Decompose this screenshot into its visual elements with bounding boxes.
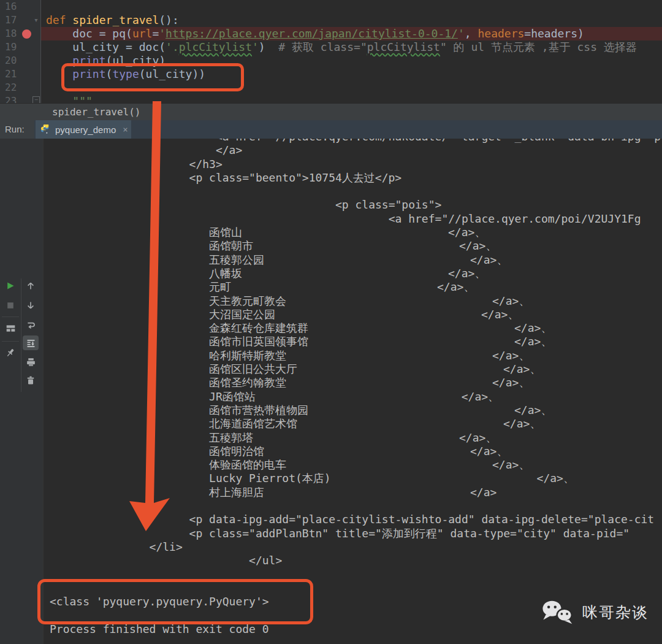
pycharm-window: 1617181920212223 ▾ − def spider_travel()… [0,0,662,644]
code-lines: def spider_travel(): doc = pq(url='https… [46,0,637,103]
console-line: 金森红砖仓库建筑群 </a>、 [50,321,662,335]
console-output: <a href="//place.qyer.com/hakodate/" tar… [50,139,662,636]
console-line: Process finished with exit code 0 [50,623,662,636]
console-line: 函馆明治馆 </a>、 [50,445,662,458]
console-line: </ul> [50,554,662,567]
pin-button[interactable] [4,346,17,359]
code-line: """ [46,94,637,103]
line-number[interactable]: 20 [0,54,40,67]
console-line: 北海道函馆艺术馆 </a>、 [50,417,662,431]
soft-wrap-button[interactable] [24,318,37,331]
fold-box-icon[interactable]: − [32,96,40,103]
code-line: print(ul_city) [46,54,637,67]
console-line: 八幡坂 </a>、 [50,267,662,280]
console-line: 函馆朝市 </a>、 [50,239,662,253]
console-line: 元町 </a>、 [50,280,662,294]
code-line [46,0,637,13]
console-line: 体验函馆的电车 </a>、 [50,458,662,472]
run-console[interactable]: <a href="//place.qyer.com/hakodate/" tar… [43,139,662,644]
console-line: Lucky Pierrot(本店) </a>、 [50,472,662,485]
run-tab-bar: Run: pyquery_demo × [0,120,662,139]
scroll-to-end-button[interactable] [23,335,39,350]
line-number[interactable]: 19 [0,40,40,54]
run-panel-title: Run: [0,120,34,139]
console-line: 函馆区旧公共大厅 </a>、 [50,362,662,376]
watermark-text: 咪哥杂谈 [582,602,649,623]
console-line: 函馆圣约翰教堂 </a>、 [50,376,662,389]
watermark: 咪哥杂谈 [542,600,649,624]
console-line: </li> [50,540,662,554]
console-line: 函馆山 </a>、 [50,226,662,239]
down-arrow-button[interactable] [24,299,37,312]
console-line: 大沼国定公园 </a>、 [50,308,662,321]
console-line [50,568,662,581]
print-button[interactable] [24,355,37,369]
breakpoint-icon[interactable] [22,29,31,39]
breadcrumb-label: spider_travel() [52,104,141,121]
console-line: 哈利斯特斯教堂 </a>、 [50,349,662,362]
toolbar-separator [2,316,19,317]
tab-close-icon[interactable]: × [123,125,127,134]
fold-marker-icon[interactable]: ▾ [34,13,39,27]
code-line: def spider_travel(): [46,13,637,27]
console-line: </h3> [50,158,662,171]
run-toolbar [0,139,43,644]
console-line: 函馆市营热带植物园 </a>、 [50,404,662,417]
toolbar-divider [21,278,21,392]
restore-layout-button[interactable] [4,321,17,335]
clear-all-button[interactable] [24,374,37,387]
console-line: JR函馆站 </a>、 [50,390,662,404]
console-line [50,185,662,198]
console-line: <a href="//place.qyer.com/poi/V2UJY1Fg [50,212,662,226]
wechat-icon [542,600,577,624]
tab-label: pyquery_demo [55,125,116,135]
code-line: ul_city = doc('.plcCitylist') # 获取 class… [46,40,637,54]
console-line: 五稜郭塔 </a>、 [50,431,662,445]
stop-button[interactable] [4,299,17,312]
line-number[interactable]: 22 [0,81,40,94]
python-icon [40,125,51,135]
line-number[interactable]: 21 [0,67,40,81]
console-line: <p class="pois"> [50,198,662,212]
console-line: <p data-ipg-add="place-citylist-wishto-a… [50,513,662,526]
console-line: 村上海胆店 </a> [50,486,662,499]
line-number[interactable]: 16 [0,0,40,13]
toolbar-separator [2,341,19,342]
console-line: 函馆市旧英国领事馆 </a>、 [50,335,662,348]
console-line [50,499,662,513]
console-line [50,581,662,595]
console-line: <a href="//place.qyer.com/hakodate/" tar… [50,139,662,144]
console-line: 五稜郭公园 </a>、 [50,253,662,267]
code-editor[interactable]: 1617181920212223 ▾ − def spider_travel()… [0,0,662,103]
up-arrow-button[interactable] [24,279,37,293]
console-line: </a> [50,144,662,157]
code-line: doc = pq(url='https://place.qyer.com/jap… [46,27,637,40]
rerun-button[interactable] [4,279,17,293]
code-line: print(type(ul_city)) [46,67,637,81]
breadcrumb: spider_travel() [0,103,662,121]
tab-pyquery-demo[interactable]: pyquery_demo × [36,120,131,139]
line-number[interactable]: 18 [0,27,40,40]
code-line [46,81,637,94]
console-line: <p class="beento">10754人去过</p> [50,171,662,185]
console-line: <p class="addPlanBtn" title="添加到行程" data… [50,527,662,540]
console-line: 天主教元町教会 </a>、 [50,294,662,308]
